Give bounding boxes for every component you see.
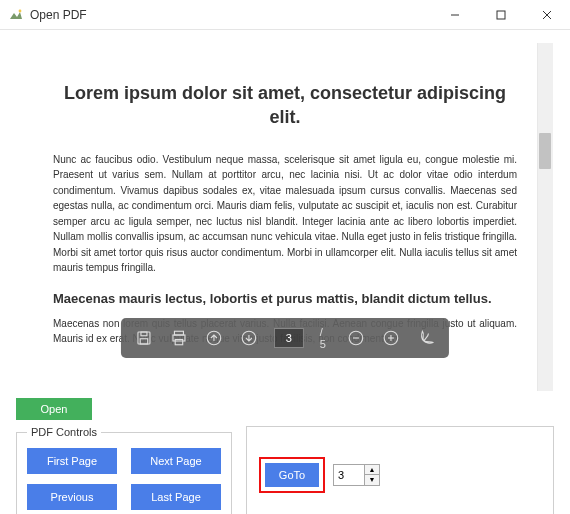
svg-rect-10 (175, 340, 183, 345)
goto-group: GoTo ▲ ▼ (246, 426, 554, 514)
page-number-spinner[interactable]: ▲ ▼ (333, 464, 380, 486)
svg-rect-7 (140, 339, 148, 344)
previous-page-button[interactable]: Previous (27, 484, 117, 510)
goto-highlight: GoTo (259, 457, 325, 493)
spinner-down-icon[interactable]: ▼ (365, 475, 379, 485)
pdf-controls-legend: PDF Controls (27, 426, 101, 438)
pdf-controls-group: PDF Controls First Page Next Page Previo… (16, 426, 232, 514)
svg-point-0 (19, 9, 22, 12)
open-button[interactable]: Open (16, 398, 92, 420)
spinner-up-icon[interactable]: ▲ (365, 465, 379, 476)
svg-rect-6 (141, 332, 147, 336)
zoom-out-icon[interactable] (345, 327, 366, 349)
close-button[interactable] (524, 0, 570, 30)
arrow-up-icon[interactable] (203, 327, 224, 349)
vertical-scrollbar[interactable] (537, 43, 553, 391)
scroll-thumb[interactable] (539, 133, 551, 169)
window-title: Open PDF (30, 8, 432, 22)
document-subheading: Maecenas mauris lectus, lobortis et puru… (53, 290, 517, 308)
titlebar: Open PDF (0, 0, 570, 30)
last-page-button[interactable]: Last Page (131, 484, 221, 510)
zoom-in-icon[interactable] (381, 327, 402, 349)
goto-button[interactable]: GoTo (265, 463, 319, 487)
arrow-down-icon[interactable] (239, 327, 260, 349)
document-paragraph: Nunc ac faucibus odio. Vestibulum neque … (53, 152, 517, 276)
document-heading: Lorem ipsum dolor sit amet, consectetur … (53, 81, 517, 130)
overlay-page-input[interactable] (274, 328, 304, 348)
app-icon (8, 7, 24, 23)
first-page-button[interactable]: First Page (27, 448, 117, 474)
viewer-toolbar: / 5 (121, 318, 449, 358)
page-number-input[interactable] (334, 465, 364, 485)
pdf-icon[interactable] (416, 327, 437, 349)
maximize-button[interactable] (478, 0, 524, 30)
overlay-page-total: / 5 (320, 326, 332, 350)
next-page-button[interactable]: Next Page (131, 448, 221, 474)
save-icon[interactable] (133, 327, 154, 349)
print-icon[interactable] (168, 327, 189, 349)
minimize-button[interactable] (432, 0, 478, 30)
svg-rect-2 (497, 11, 505, 19)
